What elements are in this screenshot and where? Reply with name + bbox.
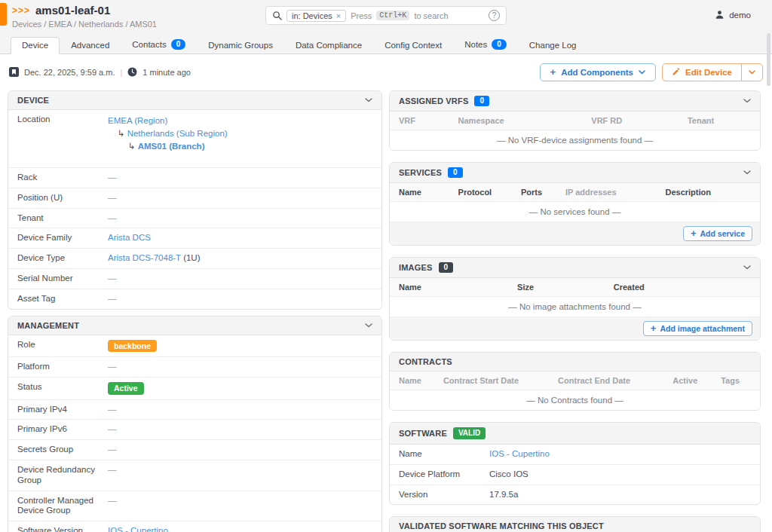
validated-software-title: VALIDATED SOFTWARE MATCHING THIS OBJECT — [399, 521, 604, 530]
management-row-controller: Controller Managed Device Group — — [8, 491, 381, 522]
page-title: ams01-leaf-01 — [35, 4, 110, 17]
device-family-link[interactable]: Arista DCS — [108, 233, 151, 242]
search-hint-press: Press — [351, 11, 372, 20]
device-row-family: Device Family Arista DCS — [8, 228, 381, 249]
management-panel-collapse-icon[interactable] — [365, 323, 372, 328]
search-scope-chip[interactable]: in: Devices × — [286, 10, 346, 22]
device-panel-collapse-icon[interactable] — [365, 98, 372, 102]
meta-divider: | — [120, 68, 122, 77]
location-region-link[interactable]: EMEA (Region) — [108, 116, 167, 125]
images-collapse-icon[interactable] — [743, 265, 751, 270]
images-panel: IMAGES 0 Name Size Created — No image at… — [389, 257, 761, 341]
software-version-link[interactable]: IOS - Cupertino — [108, 526, 168, 532]
software-panel: SOFTWARE VALID Name IOS - Cupertino Devi… — [389, 422, 761, 505]
tab-contacts[interactable]: Contacts 0 — [121, 35, 197, 54]
device-row-location: Location EMEA (Region) ↳Netherlands (Sub… — [8, 110, 381, 168]
add-service-label: Add service — [700, 229, 745, 238]
add-components-button[interactable]: + Add Components — [540, 63, 656, 81]
search-input[interactable]: in: Devices × Press Ctrl+K to search ? — [265, 6, 507, 25]
device-row-type: Device Type Arista DCS-7048-T (1U) — [8, 249, 381, 269]
add-components-label: Add Components — [561, 68, 633, 77]
pencil-icon — [672, 68, 680, 76]
tab-device[interactable]: Device — [11, 37, 60, 54]
tab-bar: Device Advanced Contacts 0 Dynamic Group… — [0, 36, 772, 54]
images-count-badge: 0 — [439, 262, 454, 273]
sidebar-expand-icon[interactable]: >>> — [12, 5, 30, 16]
plus-icon: + — [550, 69, 556, 76]
tab-data-compliance[interactable]: Data Compliance — [284, 37, 373, 54]
search-help-icon[interactable]: ? — [489, 10, 500, 21]
services-title: SERVICES — [399, 168, 442, 177]
management-row-software-version: Software Version IOS - Cupertino •isr440… — [8, 521, 381, 532]
management-panel-title: MANAGEMENT — [17, 321, 79, 330]
software-row-platform: Device Platform Cisco IOS — [390, 465, 760, 485]
software-title: SOFTWARE — [399, 429, 447, 438]
tab-change-log[interactable]: Change Log — [518, 37, 588, 54]
services-table-header: Name Protocol Ports IP addresses Descrip… — [390, 183, 760, 202]
tree-arrow-icon: ↳ — [128, 142, 136, 151]
status-badge[interactable]: Active — [108, 382, 144, 395]
breadcrumb: Devices / EMEA / Netherlands / AMS01 — [12, 20, 157, 29]
search-kbd-shortcut: Ctrl+K — [376, 11, 409, 20]
top-header: >>> ams01-leaf-01 Devices / EMEA / Nethe… — [0, 0, 772, 36]
contracts-empty-message: — No Contracts found — — [390, 390, 760, 410]
images-empty-message: — No image attachments found — — [390, 297, 760, 316]
tree-arrow-icon: ↳ — [118, 129, 125, 138]
management-row-redundancy: Device Redundancy Group — — [8, 460, 381, 491]
location-subregion-link[interactable]: Netherlands (Sub Region) — [127, 129, 228, 138]
tab-config-context[interactable]: Config Context — [373, 37, 453, 54]
role-badge[interactable]: backbone — [108, 340, 157, 353]
search-hint-suffix: to search — [414, 11, 448, 20]
tab-dynamic-groups[interactable]: Dynamic Groups — [197, 37, 284, 54]
assigned-vrfs-collapse-icon[interactable] — [743, 99, 751, 103]
device-type-height: (1U) — [183, 253, 200, 262]
software-valid-badge: VALID — [453, 427, 486, 439]
plus-icon: + — [651, 325, 657, 332]
device-panel-title: DEVICE — [17, 96, 49, 105]
device-row-rack: Rack — — [8, 168, 381, 188]
edit-device-split-button: Edit Device — [662, 63, 763, 81]
plus-icon: + — [691, 230, 697, 237]
device-row-tenant: Tenant — — [8, 209, 381, 229]
validated-software-panel: VALIDATED SOFTWARE MATCHING THIS OBJECT … — [389, 516, 761, 532]
assigned-vrfs-count-badge: 0 — [474, 96, 489, 106]
device-row-asset: Asset Tag — — [8, 289, 381, 309]
notes-count-badge: 0 — [492, 39, 507, 50]
add-image-attachment-label: Add image attachment — [660, 324, 745, 333]
search-scope-label: in: Devices — [292, 11, 332, 20]
services-count-badge: 0 — [448, 167, 463, 178]
edit-device-label: Edit Device — [685, 68, 732, 77]
location-branch-link[interactable]: AMS01 (Branch) — [138, 142, 205, 151]
management-row-role: Role backbone — [8, 335, 381, 358]
page-scrollbar[interactable] — [767, 33, 770, 86]
management-row-ipv6: Primary IPv6 — — [8, 420, 381, 440]
chip-remove-icon[interactable]: × — [336, 11, 341, 20]
images-title: IMAGES — [399, 263, 433, 272]
management-row-status: Status Active — [8, 378, 381, 400]
software-row-version: Version 17.9.5a — [390, 485, 760, 505]
device-type-link[interactable]: Arista DCS-7048-T — [108, 253, 181, 262]
tab-notes[interactable]: Notes 0 — [453, 35, 518, 54]
management-panel: MANAGEMENT Role backbone Platform — Stat… — [8, 316, 382, 532]
created-timestamp: Dec. 22, 2025, 9:59 a.m. — [24, 68, 115, 77]
device-row-serial: Serial Number — — [8, 269, 381, 289]
edit-device-button[interactable]: Edit Device — [663, 64, 741, 81]
services-collapse-icon[interactable] — [743, 170, 751, 175]
services-panel: SERVICES 0 Name Protocol Ports IP addres… — [389, 162, 761, 246]
tab-advanced[interactable]: Advanced — [60, 37, 121, 54]
contracts-panel: CONTRACTS Name Contract Start Date Contr… — [389, 352, 761, 411]
add-service-button[interactable]: + Add service — [683, 226, 752, 241]
assigned-vrfs-panel: ASSIGNED VRFS 0 VRF Namespace VRF RD Ten… — [389, 90, 761, 151]
contracts-title: CONTRACTS — [399, 357, 452, 366]
assigned-vrfs-title: ASSIGNED VRFS — [399, 96, 468, 105]
edit-device-dropdown-button[interactable] — [741, 64, 762, 81]
chevron-down-icon — [639, 70, 645, 75]
sidebar-accent-bar — [0, 3, 7, 26]
management-row-platform: Platform — — [8, 357, 381, 378]
contracts-table-header: Name Contract Start Date Contract End Da… — [390, 371, 760, 390]
device-panel: DEVICE Location EMEA (Region) ↳Netherlan… — [8, 90, 382, 310]
software-name-link[interactable]: IOS - Cupertino — [489, 449, 550, 458]
user-menu[interactable]: demo — [715, 10, 751, 20]
images-table-header: Name Size Created — [390, 278, 760, 297]
add-image-attachment-button[interactable]: + Add image attachment — [643, 321, 752, 336]
